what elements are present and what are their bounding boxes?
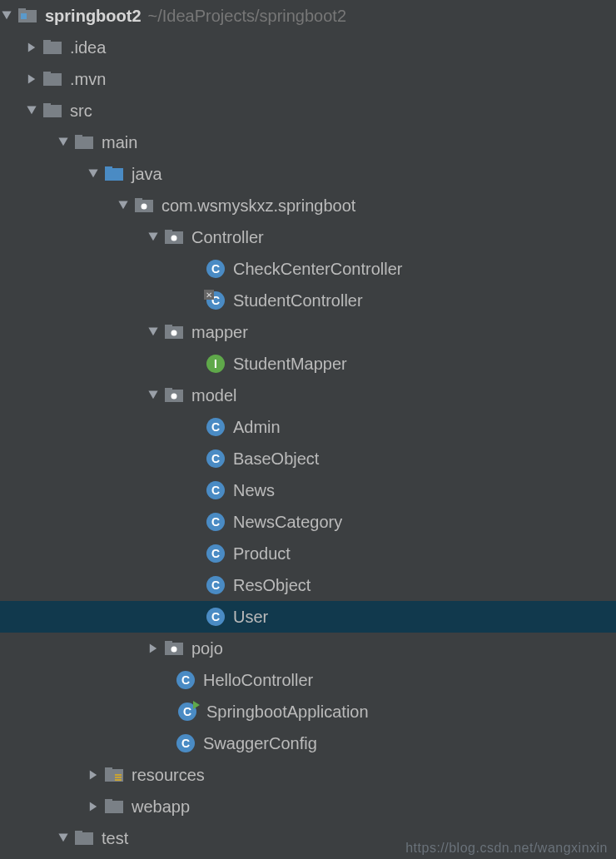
class-label: HelloController [203, 671, 313, 690]
expand-arrow-icon[interactable] [0, 10, 13, 22]
svg-rect-14 [135, 198, 142, 201]
tree-item-newscategory[interactable]: C NewsCategory [0, 506, 616, 538]
watermark-text: https://blog.csdn.net/wangxinxin [405, 841, 608, 856]
expand-arrow-icon[interactable] [147, 326, 160, 338]
expand-arrow-icon[interactable] [25, 105, 38, 117]
collapse-arrow-icon[interactable] [147, 643, 160, 654]
svg-rect-1 [18, 8, 26, 12]
class-label: NewsCategory [233, 513, 342, 532]
tree-item-webapp[interactable]: webapp [0, 791, 616, 822]
source-folder-icon [105, 166, 123, 182]
svg-rect-3 [43, 42, 62, 54]
tree-item-baseobject[interactable]: C BaseObject [0, 443, 616, 474]
tree-item-idea[interactable]: .idea [0, 32, 616, 63]
tree-item-controller-pkg[interactable]: Controller [0, 221, 616, 253]
folder-label: .idea [70, 38, 106, 57]
tree-item-swaggerconfig[interactable]: C SwaggerConfig [0, 727, 616, 759]
expand-arrow-icon[interactable] [87, 168, 100, 180]
svg-rect-8 [43, 103, 51, 107]
svg-rect-7 [43, 105, 62, 117]
class-icon: C [206, 481, 225, 499]
tree-item-mvn[interactable]: .mvn [0, 63, 616, 95]
svg-rect-10 [75, 135, 82, 138]
tree-item-hellocontroller[interactable]: C HelloController [0, 664, 616, 696]
tree-item-src[interactable]: src [0, 95, 616, 127]
tree-item-news[interactable]: C News [0, 474, 616, 506]
class-icon: C [176, 734, 195, 752]
interface-label: StudentMapper [233, 355, 347, 374]
class-icon: C [206, 576, 225, 594]
class-label: SwaggerConfig [203, 734, 317, 753]
svg-rect-4 [43, 40, 51, 43]
package-icon [165, 324, 183, 340]
svg-rect-26 [165, 641, 172, 644]
folder-icon [105, 798, 123, 815]
class-label: ResObject [233, 576, 310, 595]
tree-item-product[interactable]: C Product [0, 538, 616, 569]
runnable-class-icon: C [176, 703, 198, 721]
class-icon: C [206, 544, 225, 563]
svg-rect-11 [105, 168, 123, 181]
svg-rect-23 [165, 388, 172, 391]
folder-icon [43, 71, 62, 87]
svg-rect-35 [75, 832, 93, 845]
folder-label: .mvn [70, 70, 106, 89]
svg-rect-9 [75, 137, 93, 149]
svg-rect-17 [165, 230, 172, 233]
expand-arrow-icon[interactable] [147, 231, 160, 243]
tree-item-project-root[interactable]: springboot2 ~/IdeaProjects/springboot2 [0, 0, 616, 32]
package-icon [165, 229, 183, 246]
tree-item-resobject[interactable]: C ResObject [0, 569, 616, 601]
expand-arrow-icon[interactable] [57, 137, 70, 148]
package-icon [165, 387, 183, 404]
package-label: model [191, 386, 236, 405]
tree-item-studentcontroller[interactable]: C ✕ StudentController [0, 285, 616, 316]
tree-item-pojo[interactable]: pojo [0, 633, 616, 664]
svg-rect-20 [165, 325, 172, 328]
expand-arrow-icon[interactable] [57, 832, 70, 844]
folder-label: src [70, 102, 92, 121]
tree-item-resources[interactable]: resources [0, 759, 616, 791]
class-label: CheckCenterController [233, 260, 402, 279]
tree-item-admin[interactable]: C Admin [0, 411, 616, 443]
collapse-arrow-icon[interactable] [25, 73, 38, 85]
package-label: Controller [191, 228, 264, 247]
class-label: SpringbootApplication [206, 703, 369, 722]
expand-arrow-icon[interactable] [117, 200, 130, 211]
folder-label: test [102, 829, 128, 848]
package-label: com.wsmyskxz.springboot [161, 196, 355, 216]
collapse-arrow-icon[interactable] [25, 42, 38, 53]
tree-item-package[interactable]: com.wsmyskxz.springboot [0, 190, 616, 221]
svg-rect-31 [115, 777, 122, 778]
tree-item-checkcentercontroller[interactable]: C CheckCenterController [0, 253, 616, 285]
collapse-arrow-icon[interactable] [87, 769, 100, 781]
class-label: News [233, 481, 275, 500]
package-icon [135, 197, 153, 214]
project-path-label: ~/IdeaProjects/springboot2 [148, 7, 347, 26]
folder-icon [75, 830, 93, 847]
class-icon: C [206, 449, 225, 468]
svg-rect-32 [115, 779, 122, 781]
class-icon: C [206, 260, 225, 278]
expand-arrow-icon[interactable] [147, 390, 160, 401]
tree-item-java[interactable]: java [0, 158, 616, 190]
package-label: mapper [191, 323, 248, 342]
collapse-arrow-icon[interactable] [87, 801, 100, 812]
class-icon: C [206, 418, 225, 436]
class-icon: C [206, 513, 225, 531]
package-label: pojo [191, 639, 223, 658]
tree-item-user[interactable]: C User [0, 601, 616, 633]
project-tree: springboot2 ~/IdeaProjects/springboot2 .… [0, 0, 616, 859]
svg-rect-36 [75, 831, 82, 834]
tree-item-main[interactable]: main [0, 127, 616, 158]
tree-item-model-pkg[interactable]: model [0, 380, 616, 411]
svg-rect-34 [105, 799, 112, 802]
tree-item-mapper-pkg[interactable]: mapper [0, 316, 616, 348]
class-label: Product [233, 544, 291, 564]
class-label: Admin [233, 418, 281, 437]
tree-item-studentmapper[interactable]: I StudentMapper [0, 348, 616, 380]
svg-rect-12 [105, 166, 112, 170]
svg-point-21 [171, 330, 177, 336]
tree-item-springbootapplication[interactable]: C SpringbootApplication [0, 696, 616, 727]
svg-rect-2 [21, 13, 27, 19]
